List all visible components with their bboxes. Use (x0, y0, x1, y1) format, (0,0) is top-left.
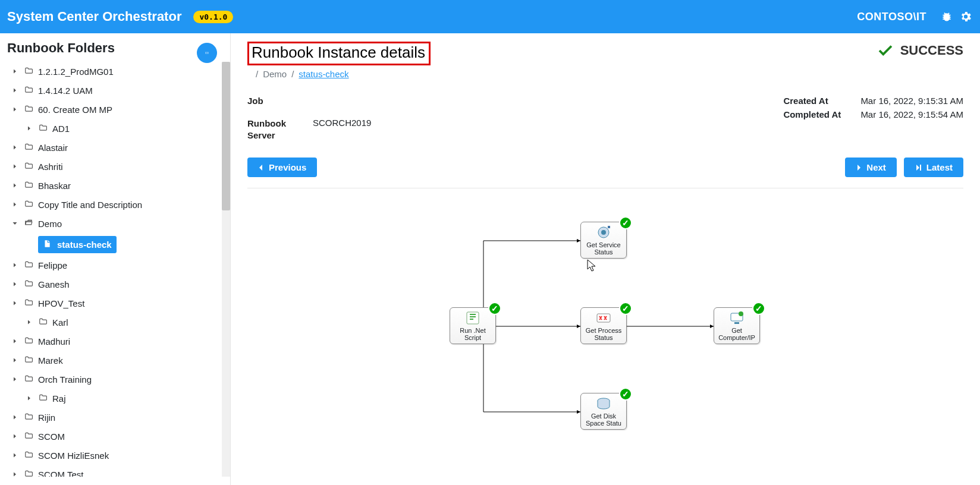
collapse-sidebar-button[interactable] (197, 43, 217, 63)
diagram-node-run[interactable]: ✓Run .Net Script (450, 307, 496, 344)
svg-point-8 (739, 311, 743, 316)
chevron-icon[interactable] (24, 317, 34, 327)
page-title-highlight: Runbook Instance details (247, 42, 431, 65)
chevron-icon[interactable] (10, 298, 20, 308)
sidebar-folder-item[interactable]: Rijin (7, 408, 230, 427)
diagram-node-svc[interactable]: ✓Get Service Status (580, 222, 627, 259)
chevron-icon[interactable] (24, 124, 34, 134)
chevron-icon[interactable] (10, 260, 20, 270)
chevron-icon[interactable] (10, 374, 20, 385)
sidebar-folder-item[interactable]: Marek (7, 351, 230, 370)
sidebar-folder-item[interactable]: 1.2.1.2_ProdMG01 (7, 62, 230, 81)
sidebar-folder-item[interactable]: Demo (7, 214, 230, 233)
svg-point-2 (601, 230, 606, 235)
chevron-icon[interactable] (10, 200, 20, 210)
sidebar-folder-item[interactable]: Karl (7, 313, 230, 332)
sidebar-folder-item[interactable]: 60. Create OM MP (7, 100, 230, 119)
folder-icon (24, 412, 34, 423)
check-icon (877, 42, 894, 59)
svg-rect-4 (597, 314, 610, 322)
chevron-icon[interactable] (10, 105, 20, 115)
sidebar-scrollbar[interactable] (222, 62, 230, 477)
folder-tree: 1.2.1.2_ProdMG011.4.14.2 UAM60. Create O… (7, 62, 230, 477)
sidebar-folder-item[interactable]: SCOM HizliEsnek (7, 446, 230, 465)
sidebar-folder-item[interactable]: HPOV_Test (7, 294, 230, 313)
chevron-icon[interactable] (24, 393, 34, 404)
sidebar-folder-item[interactable]: Orch Training (7, 370, 230, 389)
current-user: CONTOSO\IT (857, 11, 926, 23)
next-icon (856, 165, 862, 171)
sidebar-folder-item[interactable]: Ashriti (7, 157, 230, 176)
server-label: Runbook Server (247, 118, 313, 141)
page-title: Runbook Instance details (252, 43, 425, 62)
node-label: Get Service Status (582, 241, 625, 256)
svg-rect-7 (734, 322, 739, 324)
sidebar-scrollbar-thumb[interactable] (222, 62, 230, 210)
diagram-node-disk[interactable]: ✓Get Disk Space Statu (580, 393, 627, 430)
chevron-icon[interactable] (10, 412, 20, 423)
diagram-node-comp[interactable]: ✓Get Computer/IP (714, 307, 760, 344)
sidebar-folder-item[interactable]: AD1 (7, 119, 230, 138)
sidebar-folder-item[interactable]: Felippe (7, 256, 230, 275)
sidebar-folder-item[interactable]: Copy Title and Description (7, 195, 230, 214)
breadcrumb-root[interactable]: Demo (263, 69, 287, 79)
breadcrumb-leaf[interactable]: status-check (299, 69, 348, 79)
folder-icon (24, 143, 34, 153)
sidebar-folder-item[interactable]: Bhaskar (7, 176, 230, 195)
app-title: System Center Orchestrator (7, 9, 181, 24)
chevron-icon[interactable] (10, 162, 20, 172)
chevron-icon[interactable] (10, 355, 20, 366)
sidebar-folder-item[interactable]: Alastair (7, 138, 230, 157)
chevron-icon[interactable] (10, 181, 20, 191)
node-label: Get Process Status (582, 327, 625, 341)
sidebar-folder-item[interactable]: SCOM (7, 427, 230, 446)
success-badge-icon: ✓ (619, 302, 632, 315)
created-label: Created At (783, 96, 860, 106)
latest-button[interactable]: Latest (904, 158, 963, 177)
folder-icon (38, 124, 49, 134)
folder-icon (24, 470, 34, 477)
sidebar-folder-item[interactable]: Madhuri (7, 332, 230, 351)
activity-icon (582, 310, 625, 326)
bug-icon[interactable] (940, 10, 954, 24)
status-indicator: SUCCESS (877, 42, 963, 59)
folder-icon (24, 162, 34, 172)
chevron-icon[interactable] (10, 219, 20, 229)
sidebar-folder-item[interactable]: SCOM Test (7, 465, 230, 477)
folder-icon (24, 374, 34, 385)
previous-button[interactable]: Previous (247, 158, 317, 177)
chevron-icon[interactable] (10, 86, 20, 96)
diagram-node-proc[interactable]: ✓Get Process Status (580, 307, 627, 344)
folder-icon (24, 200, 34, 210)
main-content: Runbook Instance details / Demo / status… (231, 33, 980, 485)
chevron-icon[interactable] (10, 451, 20, 461)
sidebar-file-item[interactable]: status-check (7, 233, 230, 256)
mouse-cursor-icon (587, 259, 596, 272)
gear-icon[interactable] (959, 10, 973, 24)
activity-icon (582, 396, 625, 411)
chevron-icon[interactable] (10, 143, 20, 153)
sidebar: Runbook Folders 1.2.1.2_ProdMG011.4.14.2… (0, 33, 231, 485)
folder-icon (38, 317, 49, 327)
chevron-icon[interactable] (10, 336, 20, 347)
sidebar-folder-item[interactable]: 1.4.14.2 UAM (7, 81, 230, 100)
top-bar: System Center Orchestrator v0.1.0 CONTOS… (0, 0, 980, 33)
next-button[interactable]: Next (845, 158, 897, 177)
status-text: SUCCESS (900, 43, 963, 58)
sidebar-folder-item[interactable]: Raj (7, 389, 230, 408)
completed-value: Mar 16, 2022, 9:15:54 AM (860, 109, 963, 119)
success-badge-icon: ✓ (619, 388, 632, 401)
folder-icon (24, 67, 34, 77)
completed-label: Completed At (783, 109, 860, 119)
chevron-icon[interactable] (10, 67, 20, 77)
activity-icon (582, 225, 625, 240)
folder-icon (24, 105, 34, 115)
chevron-icon[interactable] (10, 432, 20, 442)
chevron-icon[interactable] (10, 279, 20, 289)
sidebar-folder-item[interactable]: Ganesh (7, 275, 230, 294)
version-badge: v0.1.0 (193, 11, 233, 23)
folder-icon (24, 181, 34, 191)
chevron-icon[interactable] (10, 470, 20, 477)
folder-icon (24, 355, 34, 366)
node-label: Get Computer/IP (715, 327, 758, 341)
